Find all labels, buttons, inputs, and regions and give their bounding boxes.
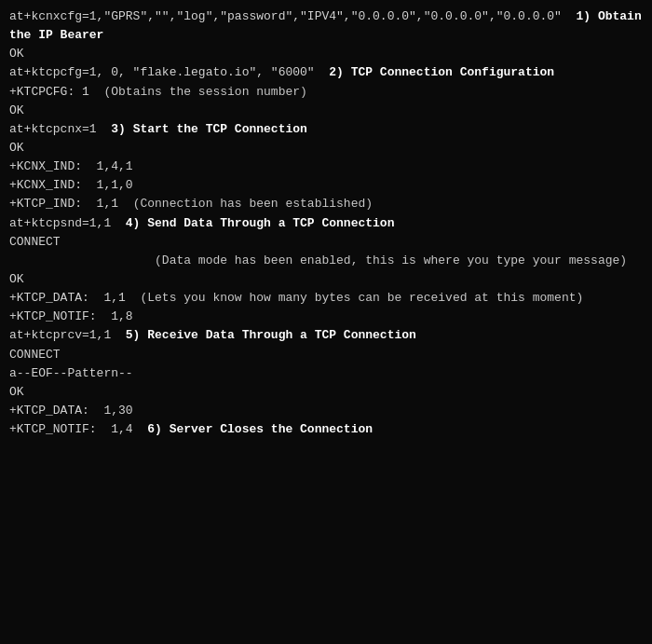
terminal-line: a--EOF--Pattern-- [9, 364, 643, 383]
terminal-line: +KCNX_IND: 1,4,1 [9, 158, 643, 176]
terminal-text-section-title: 6) Server Closes the Connection [133, 422, 373, 436]
terminal-text-normal: CONNECT [9, 348, 61, 362]
terminal-text-normal: at+ktcpcnx=1 [9, 122, 97, 136]
terminal-line: +KTCP_NOTIF: 1,8 [9, 308, 643, 326]
terminal-text-normal: at+ktcprcv=1,1 [9, 328, 111, 342]
terminal-text-normal: +KTCPCFG: 1 [9, 85, 89, 99]
terminal-text-section-title: 5) Receive Data Through a TCP Connection [111, 328, 416, 342]
terminal-line: +KTCP_NOTIF: 1,4 6) Server Closes the Co… [9, 420, 643, 439]
terminal-text-normal: CONNECT [9, 235, 61, 249]
terminal-line: CONNECT [9, 346, 643, 364]
terminal-text-inline-comment: (Lets you know how many bytes can be rec… [126, 291, 583, 305]
terminal-text-normal: +KTCP_DATA: 1,30 [9, 404, 133, 418]
terminal-text-inline-comment: (Data mode has been enabled, this is whe… [9, 253, 627, 267]
terminal-text-section-title: 3) Start the TCP Connection [97, 122, 307, 136]
terminal-text-normal: +KCNX_IND: 1,1,0 [9, 178, 133, 192]
terminal-line: OK [9, 139, 643, 158]
terminal-line: +KTCPCFG: 1 (Obtains the session number) [9, 83, 643, 102]
terminal-text-normal: OK [9, 103, 24, 117]
terminal-text-normal: at+ktcpcfg=1, 0, "flake.legato.io", "600… [9, 65, 315, 79]
terminal-line: CONNECT [9, 233, 643, 252]
terminal-text-normal: OK [9, 141, 24, 155]
terminal-text-normal: at+kcnxcfg=1,"GPRS","","log","password",… [9, 9, 562, 23]
terminal-text-section-title: 4) Send Data Through a TCP Connection [111, 216, 394, 230]
terminal-line: OK [9, 102, 643, 120]
terminal-line: OK [9, 383, 643, 402]
terminal-text-normal: +KTCP_IND: 1,1 [9, 197, 118, 211]
terminal-line: (Data mode has been enabled, this is whe… [9, 252, 643, 270]
terminal-text-normal: +KTCP_NOTIF: 1,4 [9, 422, 133, 436]
terminal-text-normal: at+ktcpsnd=1,1 [9, 216, 111, 230]
terminal-line: +KTCP_DATA: 1,1 (Lets you know how many … [9, 289, 643, 308]
terminal-text-section-title: 2) TCP Connection Configuration [315, 65, 554, 79]
terminal-text-normal: OK [9, 272, 24, 286]
terminal-text-normal: OK [9, 47, 24, 61]
terminal-text-normal: OK [9, 385, 24, 399]
terminal-line: +KTCP_IND: 1,1 (Connection has been esta… [9, 195, 643, 213]
terminal-line: +KCNX_IND: 1,1,0 [9, 176, 643, 195]
terminal-line: at+ktcpsnd=1,1 4) Send Data Through a TC… [9, 214, 643, 233]
terminal-line: OK [9, 45, 643, 63]
terminal-line: at+ktcpcfg=1, 0, "flake.legato.io", "600… [9, 63, 643, 82]
terminal-text-inline-comment: (Obtains the session number) [89, 85, 307, 99]
terminal-line: OK [9, 270, 643, 289]
terminal-line: at+kcnxcfg=1,"GPRS","","log","password",… [9, 7, 643, 45]
terminal-line: at+ktcprcv=1,1 5) Receive Data Through a… [9, 326, 643, 345]
terminal-text-normal: +KCNX_IND: 1,4,1 [9, 159, 133, 173]
terminal-text-normal: +KTCP_DATA: 1,1 [9, 291, 126, 305]
terminal-line: +KTCP_DATA: 1,30 [9, 402, 643, 420]
terminal-text-normal: +KTCP_NOTIF: 1,8 [9, 309, 133, 323]
terminal-text-normal: a--EOF--Pattern-- [9, 366, 133, 380]
terminal-line: at+ktcpcnx=1 3) Start the TCP Connection [9, 120, 643, 139]
terminal-text-inline-comment: (Connection has been established) [118, 197, 373, 211]
terminal-container: at+kcnxcfg=1,"GPRS","","log","password",… [9, 7, 643, 439]
